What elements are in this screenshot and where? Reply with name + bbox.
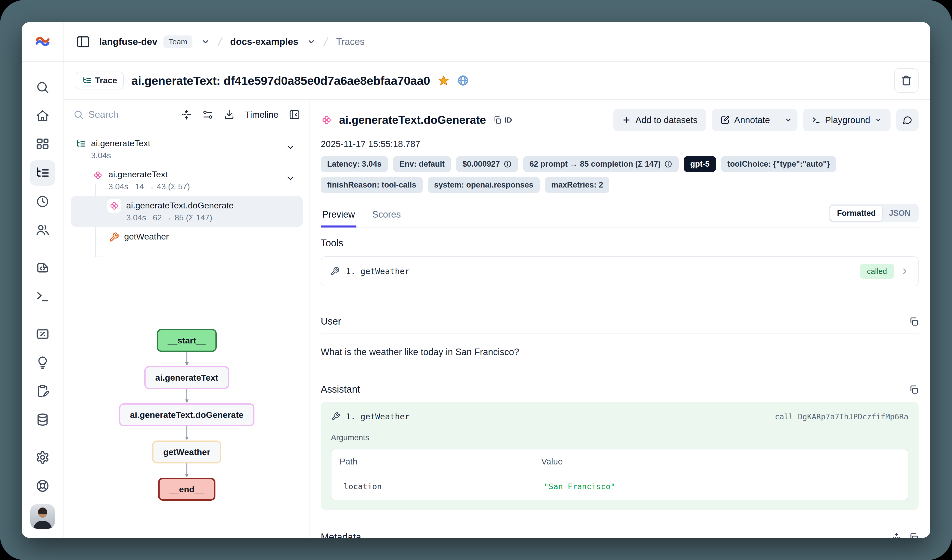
user-section: User What is the weather like today in S… (321, 316, 919, 358)
graph-node-dogenerate[interactable]: ai.generateText.doGenerate (119, 403, 255, 426)
file-code-icon (36, 261, 50, 275)
playground-label: Playground (825, 115, 870, 125)
sidebar-item-support[interactable] (30, 473, 55, 498)
tokens-badge[interactable]: 62 prompt → 85 completion (Σ 147) (523, 156, 679, 172)
playground-button[interactable]: Playground (803, 109, 890, 131)
chevron-down-icon[interactable] (286, 142, 295, 152)
clock-icon (36, 194, 50, 209)
annotate-button[interactable]: Annotate (712, 109, 779, 131)
search-input[interactable]: Search (73, 109, 170, 120)
sidebar-item-prompts[interactable] (30, 255, 55, 281)
chevron-down-icon (785, 116, 792, 124)
expand-vertical-icon[interactable] (892, 532, 901, 538)
tree-row-tokens: 14 → 43 (Σ 57) (135, 182, 190, 191)
sidebar-item-evaluators[interactable] (30, 350, 55, 375)
chevron-down-icon[interactable] (307, 37, 316, 46)
tool-definition-row[interactable]: 1. getWeather called (321, 256, 919, 286)
arguments-table: Path Value location "San Francisco" (331, 449, 909, 500)
copy-icon[interactable] (909, 532, 919, 538)
breadcrumb-project[interactable]: docs-examples (230, 36, 298, 47)
copy-id-button[interactable]: ID (493, 116, 512, 124)
info-icon (504, 160, 512, 168)
collapse-all-icon[interactable] (181, 109, 192, 120)
argument-path: location (344, 482, 544, 491)
sidebar-item-traces[interactable] (30, 160, 55, 186)
panel-left-toggle-icon[interactable] (76, 34, 91, 49)
generation-icon (93, 170, 103, 180)
sidebar-item-home[interactable] (30, 103, 55, 129)
tree-settings-icon[interactable] (202, 109, 213, 120)
breadcrumb-separator: / (217, 35, 223, 48)
sidebar-item-search[interactable] (30, 75, 55, 100)
panel-collapse-icon[interactable] (289, 109, 300, 120)
copy-icon[interactable] (909, 317, 919, 326)
search-icon (73, 109, 84, 120)
tree-row-dogenerate-selected[interactable]: ai.generateText.doGenerate 3.04s62 → 85 … (71, 196, 303, 227)
sidebar-item-scores[interactable] (30, 321, 55, 347)
database-icon (36, 412, 50, 427)
trash-icon (901, 75, 912, 86)
chevron-right-icon (900, 267, 909, 276)
clipboard-pen-icon (36, 384, 50, 398)
add-to-datasets-button[interactable]: Add to datasets (613, 109, 706, 131)
format-option-json[interactable]: JSON (882, 205, 917, 221)
public-globe-icon[interactable] (457, 75, 469, 86)
model-badge[interactable]: gpt-5 (684, 156, 716, 172)
graph-node-start[interactable]: __start__ (157, 329, 217, 352)
sidebar-item-sessions[interactable] (30, 189, 55, 214)
tool-name: 1. getWeather (346, 267, 410, 276)
list-tree-icon (82, 76, 91, 85)
chevron-down-icon[interactable] (286, 173, 295, 183)
graph-node-generatetext[interactable]: ai.generateText (144, 366, 229, 389)
metadata-heading: Metadata (321, 532, 361, 538)
search-placeholder: Search (88, 109, 118, 120)
tool-called-badge: called (860, 264, 894, 279)
tab-preview[interactable]: Preview (321, 209, 356, 227)
square-pen-icon (720, 116, 730, 125)
comments-button[interactable] (896, 109, 919, 131)
generation-icon (107, 199, 121, 213)
sidebar-item-settings[interactable] (30, 444, 55, 470)
sidebar-item-users[interactable] (30, 218, 55, 243)
tree-row-duration: 3.04s (108, 182, 128, 191)
sidebar-item-datasets[interactable] (30, 407, 55, 432)
sidebar-item-playground[interactable] (30, 284, 55, 309)
lifebuoy-icon (36, 479, 50, 493)
copy-icon[interactable] (909, 385, 919, 394)
logo-area (22, 22, 63, 62)
langfuse-logo-icon (34, 34, 51, 50)
tree-row-getweather[interactable]: getWeather (71, 227, 303, 247)
cost-badge[interactable]: $0.000927 (456, 156, 518, 172)
tool-wrench-icon (331, 412, 340, 421)
trace-title: ai.generateText: df41e597d0a85e0d7a6ae8e… (131, 74, 430, 88)
chevron-down-icon (875, 116, 882, 123)
download-icon[interactable] (224, 109, 235, 120)
detail-tabs: Preview Scores Formatted JSON (321, 204, 919, 228)
timeline-toggle[interactable]: Timeline (245, 110, 278, 120)
trace-tree-panel: Search Timeline (64, 100, 310, 538)
sidebar-item-annotation[interactable] (30, 378, 55, 404)
breadcrumb-section[interactable]: Traces (336, 36, 365, 47)
annotate-menu-button[interactable] (779, 109, 797, 131)
chevron-down-icon[interactable] (201, 37, 210, 46)
graph-arrow (183, 352, 191, 366)
sidebar-item-dashboards[interactable] (30, 132, 55, 157)
tools-section: Tools 1. getWeather called (321, 238, 919, 286)
tab-scores[interactable]: Scores (371, 209, 402, 227)
tree-row-generation[interactable]: ai.generateText 3.04s14 → 43 (Σ 57) (71, 165, 303, 196)
graph-node-getweather[interactable]: getWeather (152, 441, 221, 463)
app-window: langfuse-dev Team / docs-examples / Trac… (22, 22, 930, 538)
badge-row-2: finishReason: tool-calls system: openai.… (321, 177, 919, 193)
observation-detail-panel: ai.generateText.doGenerate ID Add to dat… (310, 100, 930, 538)
trace-title-bar: Trace ai.generateText: df41e597d0a85e0d7… (64, 62, 930, 100)
breadcrumb-org[interactable]: langfuse-dev (99, 36, 157, 47)
delete-trace-button[interactable] (894, 68, 919, 93)
tree-row-label: ai.generateText (91, 138, 150, 148)
graph-node-end[interactable]: __end__ (158, 478, 215, 501)
plus-icon (622, 116, 631, 125)
tree-row-trace[interactable]: ai.generateText 3.04s (71, 134, 303, 165)
format-option-formatted[interactable]: Formatted (830, 205, 882, 221)
user-avatar[interactable] (30, 504, 55, 529)
bookmark-star-icon[interactable] (438, 75, 450, 86)
env-badge: Env: default (393, 156, 451, 172)
